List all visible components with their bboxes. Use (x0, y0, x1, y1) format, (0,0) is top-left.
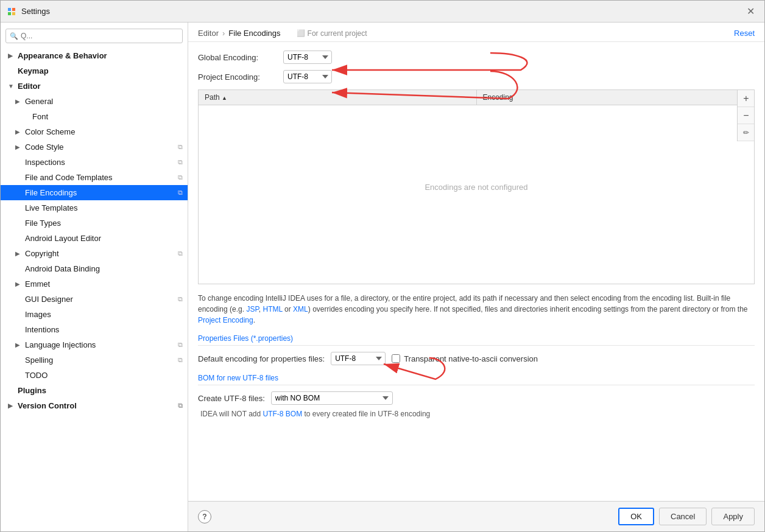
titlebar-left: Settings (7, 7, 50, 16)
sidebar-item-label: Android Layout Editor (25, 234, 101, 243)
default-encoding-label: Default encoding for properties files: (198, 354, 325, 363)
project-encoding-row: Project Encoding: UTF-8 (198, 70, 755, 83)
sidebar-item-android-data-binding[interactable]: ▶ Android Data Binding (1, 261, 188, 276)
sidebar-item-inspections[interactable]: ▶ Inspections ⧉ (1, 155, 188, 170)
sidebar-item-label: Appearance & Behavior (18, 51, 107, 60)
sidebar-item-label: Code Style (25, 142, 64, 152)
remove-encoding-button[interactable]: − (738, 107, 755, 124)
project-encoding-select[interactable]: UTF-8 (283, 70, 332, 83)
sidebar-item-appearance[interactable]: ▶ Appearance & Behavior (1, 48, 188, 63)
html-link[interactable]: HTML (263, 305, 283, 313)
sidebar-item-label: Version Control (18, 401, 77, 410)
chevron-right-icon: ▶ (8, 402, 15, 409)
sidebar-item-file-and-code-templates[interactable]: ▶ File and Code Templates ⧉ (1, 170, 188, 185)
sidebar-item-label: File and Code Templates (25, 173, 113, 182)
transparent-label[interactable]: Transparent native-to-ascii conversion (404, 354, 538, 363)
copy-icon: ⧉ (178, 143, 183, 151)
xml-link[interactable]: XML (293, 305, 308, 313)
default-encoding-select[interactable]: UTF-8 (331, 352, 386, 365)
bom-info-text: IDEA will NOT add UTF-8 BOM to every cre… (200, 410, 755, 418)
titlebar: Settings ✕ (1, 1, 764, 23)
bom-highlight: UTF-8 BOM (263, 410, 302, 418)
sidebar-item-label: Language Injections (25, 340, 96, 349)
edit-encoding-button[interactable]: ✏ (738, 124, 755, 141)
properties-section-label: Properties Files (*.properties) (198, 334, 755, 346)
sidebar-item-language-injections[interactable]: ▶ Language Injections ⧉ (1, 337, 188, 352)
global-encoding-select[interactable]: UTF-8 (283, 51, 332, 64)
transparent-checkbox[interactable] (392, 354, 400, 363)
breadcrumb-current: File Encodings (228, 29, 280, 38)
sidebar-section: ▶ Appearance & Behavior ▶ Keymap ▼ Edito… (1, 48, 188, 413)
sidebar-item-label: Keymap (18, 66, 49, 75)
sidebar-item-label: GUI Designer (25, 295, 73, 304)
help-button[interactable]: ? (198, 510, 211, 523)
sidebar-item-spelling[interactable]: ▶ Spelling ⧉ (1, 352, 188, 368)
search-icon: 🔍 (10, 32, 18, 40)
sidebar-item-android-layout-editor[interactable]: ▶ Android Layout Editor (1, 231, 188, 246)
sidebar-item-label: Plugins (18, 386, 46, 395)
panel-header: Editor › File Encodings ⬜ For current pr… (188, 23, 764, 42)
panel-body: Global Encoding: UTF-8 Project Encoding:… (188, 42, 764, 501)
sidebar-item-label: Copyright (25, 249, 59, 258)
svg-rect-1 (12, 8, 15, 11)
jsp-link[interactable]: JSP (246, 305, 258, 313)
sidebar-item-file-encodings[interactable]: ▶ File Encodings ⧉ (1, 185, 188, 200)
sidebar-item-code-style[interactable]: ▶ Code Style ⧉ (1, 139, 188, 155)
reset-link[interactable]: Reset (734, 29, 755, 38)
encoding-table: Path Encoding (199, 90, 754, 105)
sidebar-item-label: Intentions (25, 325, 59, 334)
cancel-button[interactable]: Cancel (659, 508, 707, 525)
ok-button[interactable]: OK (618, 508, 654, 525)
window-title: Settings (21, 7, 50, 16)
sidebar-item-emmet[interactable]: ▶ Emmet (1, 276, 188, 292)
for-current-label: For current project (308, 29, 367, 38)
copy-icon: ⧉ (178, 295, 183, 303)
sidebar-item-gui-designer[interactable]: ▶ GUI Designer ⧉ (1, 292, 188, 307)
close-button[interactable]: ✕ (743, 4, 758, 18)
sidebar-item-label: Font (32, 112, 48, 121)
sidebar-item-label: File Encodings (25, 188, 77, 197)
sidebar-item-images[interactable]: ▶ Images (1, 307, 188, 322)
breadcrumb-parent: Editor (198, 29, 219, 38)
copy-icon: ⧉ (178, 173, 183, 181)
sidebar-item-todo[interactable]: ▶ TODO (1, 368, 188, 383)
sidebar-item-copyright[interactable]: ▶ Copyright ⧉ (1, 246, 188, 261)
sidebar-item-general[interactable]: ▶ General (1, 94, 188, 109)
sidebar-item-file-types[interactable]: ▶ File Types (1, 215, 188, 231)
project-encoding-link[interactable]: Project Encoding (198, 316, 253, 324)
sidebar-item-label: TODO (25, 371, 48, 380)
sidebar-item-version-control[interactable]: ▶ Version Control ⧉ (1, 398, 188, 413)
app-icon (7, 7, 16, 16)
sidebar-item-label: Live Templates (25, 203, 77, 212)
sidebar-item-color-scheme[interactable]: ▶ Color Scheme (1, 124, 188, 139)
table-header-encoding[interactable]: Encoding (476, 90, 754, 105)
sidebar-item-label: Editor (18, 82, 41, 91)
sidebar-item-label: Color Scheme (25, 127, 75, 136)
chevron-right-icon: ▶ (15, 128, 23, 135)
sidebar-item-label: Emmet (25, 279, 50, 289)
copy-icon: ⧉ (178, 402, 183, 410)
create-utf8-select[interactable]: with NO BOM with BOM with BOM only if de… (271, 391, 393, 405)
sidebar-item-editor[interactable]: ▼ Editor (1, 79, 188, 94)
apply-button[interactable]: Apply (711, 508, 755, 525)
copy-icon: ⧉ (178, 158, 183, 166)
transparent-checkbox-row: Transparent native-to-ascii conversion (392, 354, 538, 363)
sidebar-item-plugins[interactable]: ▶ Plugins (1, 383, 188, 398)
sidebar-item-label: Spelling (25, 355, 53, 365)
search-bar: 🔍 (5, 29, 183, 43)
table-header-path[interactable]: Path (199, 90, 476, 105)
sidebar-item-live-templates[interactable]: ▶ Live Templates (1, 200, 188, 215)
bom-info-prefix: IDEA will NOT add (200, 410, 263, 418)
chevron-right-icon: ▶ (8, 52, 15, 59)
sidebar-item-keymap[interactable]: ▶ Keymap (1, 63, 188, 79)
settings-window: Settings ✕ 🔍 ▶ Appearance & Behavior ▶ K… (0, 0, 765, 532)
sidebar-item-font[interactable]: ▶ Font (1, 109, 188, 124)
search-input[interactable] (5, 29, 183, 43)
add-encoding-button[interactable]: + (738, 90, 755, 107)
bom-row: Create UTF-8 files: with NO BOM with BOM… (198, 391, 755, 405)
sidebar-item-label: General (25, 97, 53, 106)
sidebar-item-intentions[interactable]: ▶ Intentions (1, 322, 188, 337)
main-panel: Editor › File Encodings ⬜ For current pr… (188, 23, 764, 531)
bom-section-label: BOM for new UTF-8 files (198, 374, 755, 385)
copy-icon: ⧉ (178, 250, 183, 257)
